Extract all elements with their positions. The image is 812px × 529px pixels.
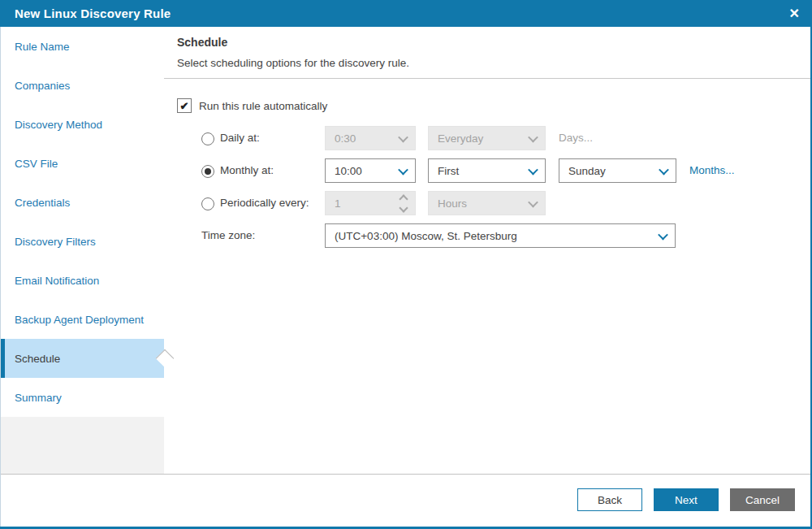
sidebar-item-companies[interactable]: Companies (1, 66, 164, 105)
sidebar-item-label: Rule Name (15, 41, 70, 53)
sidebar-item-label: Email Notification (15, 275, 99, 287)
daily-radio[interactable] (201, 132, 214, 145)
sidebar-item-label: Summary (15, 392, 62, 404)
selected-step-bar (1, 339, 5, 378)
page-subtitle: Select scheduling options for the discov… (177, 57, 409, 69)
sidebar-item-label: CSV File (15, 158, 58, 170)
sidebar-item-credentials[interactable]: Credentials (1, 183, 164, 222)
sidebar-filler (1, 417, 164, 474)
run-automatically-checkbox[interactable]: ✔ (177, 98, 192, 113)
sidebar-item-summary[interactable]: Summary (1, 378, 164, 417)
close-icon[interactable]: ✕ (789, 0, 800, 27)
footer-divider (0, 474, 812, 475)
run-automatically-row: ✔ Run this rule automatically (177, 98, 327, 113)
sidebar-item-backup-agent-deployment[interactable]: Backup Agent Deployment (1, 300, 164, 339)
title-bar: New Linux Discovery Rule ✕ (0, 0, 812, 27)
schedule-step-panel: Schedule Select scheduling options for t… (164, 27, 810, 474)
wizard-steps-sidebar: Rule Name Companies Discovery Method CSV… (1, 27, 165, 474)
sidebar-item-rule-name[interactable]: Rule Name (1, 27, 164, 66)
monthly-weekday-value: Sunday (568, 165, 606, 177)
monthly-week-value: First (438, 165, 459, 177)
sidebar-item-label: Discovery Filters (15, 236, 96, 248)
periodically-radio[interactable] (201, 197, 214, 210)
monthly-label: Monthly at: (220, 158, 274, 183)
sidebar-item-label: Credentials (15, 197, 70, 209)
chevron-down-icon (528, 132, 538, 142)
sidebar-item-label: Companies (15, 80, 70, 92)
sidebar-item-schedule[interactable]: Schedule (1, 339, 164, 378)
cancel-button[interactable]: Cancel (730, 488, 795, 511)
daily-time-value: 0:30 (335, 132, 356, 145)
chevron-down-icon (658, 229, 668, 240)
spinner-up-icon (399, 194, 408, 203)
sidebar-item-csv-file[interactable]: CSV File (1, 144, 164, 183)
chevron-down-icon (398, 132, 408, 142)
header-divider (164, 78, 810, 79)
timezone-value: (UTC+03:00) Moscow, St. Petersburg (335, 230, 517, 242)
timezone-select[interactable]: (UTC+03:00) Moscow, St. Petersburg (325, 223, 676, 248)
months-link[interactable]: Months... (689, 158, 735, 183)
sidebar-item-label: Schedule (15, 353, 60, 365)
daily-time-select: 0:30 (325, 126, 416, 150)
chevron-down-icon (659, 164, 669, 175)
monthly-time-select[interactable]: 10:00 (325, 158, 416, 183)
periodically-value-spinner: 1 (325, 191, 416, 215)
periodically-unit-value: Hours (438, 197, 467, 210)
sidebar-item-label: Discovery Method (15, 119, 102, 131)
days-link: Days... (559, 126, 593, 150)
spinner-arrows (400, 196, 407, 211)
sidebar-item-email-notification[interactable]: Email Notification (1, 261, 164, 300)
sidebar-item-discovery-method[interactable]: Discovery Method (1, 105, 164, 144)
monthly-week-select[interactable]: First (428, 158, 546, 183)
sidebar-item-label: Backup Agent Deployment (15, 314, 144, 326)
chevron-down-icon (398, 164, 408, 175)
check-icon: ✔ (180, 101, 189, 111)
new-linux-discovery-rule-dialog: New Linux Discovery Rule ✕ Rule Name Com… (0, 0, 812, 529)
window-left-border (0, 27, 1, 529)
daily-kind-select: Everyday (428, 126, 546, 150)
daily-label: Daily at: (220, 126, 260, 150)
timezone-label: Time zone: (201, 223, 255, 248)
spinner-down-icon (399, 203, 408, 212)
periodically-label: Periodically every: (220, 191, 309, 215)
page-title: Schedule (177, 36, 227, 49)
periodically-value: 1 (335, 197, 341, 210)
chevron-down-icon (528, 197, 538, 207)
monthly-time-value: 10:00 (335, 165, 362, 177)
monthly-radio[interactable] (201, 165, 214, 178)
back-button[interactable]: Back (577, 488, 642, 511)
monthly-weekday-select[interactable]: Sunday (559, 158, 676, 183)
daily-kind-value: Everyday (438, 132, 483, 145)
periodically-unit-select: Hours (428, 191, 546, 215)
sidebar-item-discovery-filters[interactable]: Discovery Filters (1, 222, 164, 261)
run-automatically-label: Run this rule automatically (199, 100, 327, 112)
chevron-down-icon (528, 164, 538, 175)
next-button[interactable]: Next (654, 488, 719, 511)
window-title: New Linux Discovery Rule (15, 0, 171, 27)
